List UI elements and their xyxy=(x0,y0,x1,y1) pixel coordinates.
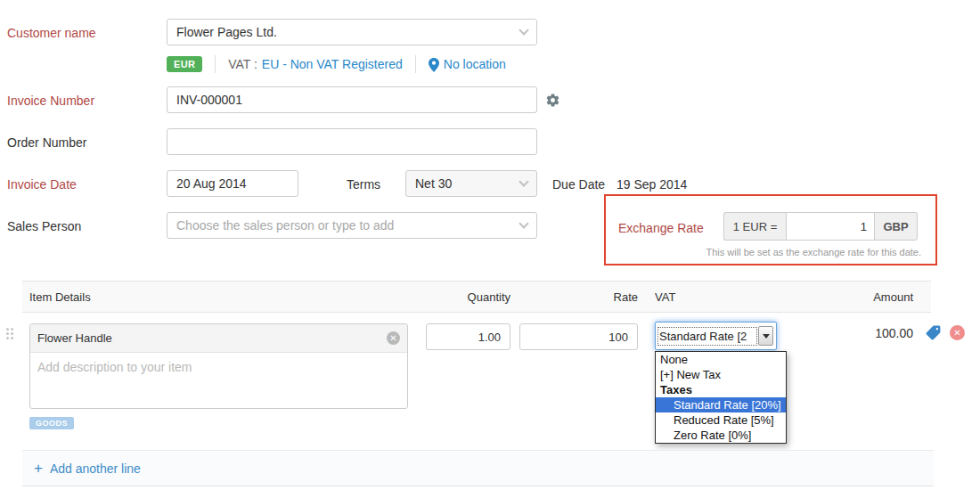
vat-treatment-label: VAT : xyxy=(228,57,257,71)
exchange-rate-box: Exchange Rate 1 EUR = GBP This will be s… xyxy=(604,194,937,265)
vat-option-none[interactable]: None xyxy=(656,352,786,367)
tag-icon[interactable] xyxy=(925,324,942,341)
terms-label: Terms xyxy=(347,177,380,192)
header-vat: VAT xyxy=(655,290,675,304)
chevron-down-icon xyxy=(519,218,528,228)
header-rate: Rate xyxy=(614,290,638,304)
item-name-field[interactable]: Flower Handle ✕ xyxy=(30,324,407,353)
vat-option-new-tax[interactable]: [+] New Tax xyxy=(656,367,786,382)
no-location-link[interactable]: No location xyxy=(444,57,506,71)
item-type-badge: GOODS xyxy=(29,417,74,429)
location-pin-icon xyxy=(429,58,439,72)
terms-select[interactable]: Net 30 xyxy=(405,170,537,197)
sales-person-placeholder: Choose the sales person or type to add xyxy=(176,218,520,233)
order-number-input[interactable] xyxy=(167,128,537,155)
row-drag-handle-icon[interactable] xyxy=(6,328,14,340)
vat-option-zero-rate[interactable]: Zero Rate [0%] xyxy=(656,428,786,443)
chevron-down-icon xyxy=(519,176,528,186)
item-description-field[interactable]: Add description to your item xyxy=(30,353,407,381)
divider xyxy=(415,55,416,73)
customer-name-select[interactable]: Flower Pages Ltd. xyxy=(167,19,537,45)
exchange-rate-label: Exchange Rate xyxy=(618,221,704,235)
header-quantity: Quantity xyxy=(468,290,510,304)
items-table-header: Item Details Quantity Rate VAT Amount xyxy=(22,281,931,313)
exchange-rate-group: 1 EUR = GBP xyxy=(723,212,918,241)
plus-icon: + xyxy=(34,460,43,478)
currency-badge: EUR xyxy=(167,56,202,72)
invoice-number-settings-gear-icon[interactable] xyxy=(545,93,560,108)
item-name-value: Flower Handle xyxy=(37,331,387,345)
exchange-rate-base: 1 EUR = xyxy=(723,212,786,241)
sales-person-select[interactable]: Choose the sales person or type to add xyxy=(167,212,537,239)
vat-selected-value: Standard Rate [2 xyxy=(658,328,756,345)
quantity-input[interactable] xyxy=(426,323,510,350)
sales-person-label: Sales Person xyxy=(7,219,81,233)
due-date-label: Due Date xyxy=(552,177,605,192)
customer-meta-row: EUR VAT : EU - Non VAT Registered No loc… xyxy=(167,54,506,74)
clear-item-icon[interactable]: ✕ xyxy=(387,331,400,345)
select-arrow-button[interactable] xyxy=(758,326,773,346)
vat-select[interactable]: Standard Rate [2 xyxy=(655,322,777,350)
customer-name-label: Customer name xyxy=(7,26,96,40)
exchange-rate-input[interactable] xyxy=(786,212,875,241)
invoice-date-input[interactable] xyxy=(167,170,298,197)
terms-value: Net 30 xyxy=(415,176,520,191)
exchange-rate-currency: GBP xyxy=(875,212,918,241)
item-details-cell: Flower Handle ✕ Add description to your … xyxy=(29,323,408,409)
vat-option-standard-rate[interactable]: Standard Rate [20%] xyxy=(656,397,786,412)
due-date-value: 19 Sep 2014 xyxy=(617,177,687,192)
add-another-line-label: Add another line xyxy=(50,461,141,476)
line-amount-value: 100.00 xyxy=(833,326,913,340)
triangle-down-icon xyxy=(763,334,770,339)
divider xyxy=(215,55,216,73)
vat-dropdown-menu: None [+] New Tax Taxes Standard Rate [20… xyxy=(655,351,787,444)
invoice-number-label: Invoice Number xyxy=(7,94,94,108)
order-number-label: Order Number xyxy=(7,135,86,150)
remove-line-icon[interactable]: ✕ xyxy=(950,325,965,340)
customer-name-value: Flower Pages Ltd. xyxy=(176,25,520,39)
header-item-details: Item Details xyxy=(29,290,91,304)
header-amount: Amount xyxy=(873,290,913,304)
rate-input[interactable] xyxy=(519,323,638,350)
chevron-down-icon xyxy=(519,25,528,35)
invoice-form-page: Customer name Flower Pages Ltd. EUR VAT … xyxy=(0,0,980,490)
vat-option-group-taxes: Taxes xyxy=(656,382,786,397)
invoice-date-label: Invoice Date xyxy=(7,177,77,192)
vat-treatment-link[interactable]: EU - Non VAT Registered xyxy=(262,57,403,71)
exchange-rate-helper-text: This will be set as the exchange rate fo… xyxy=(706,247,921,257)
vat-option-reduced-rate[interactable]: Reduced Rate [5%] xyxy=(656,412,786,428)
add-another-line-button[interactable]: + Add another line xyxy=(22,450,934,486)
invoice-number-input[interactable] xyxy=(167,86,537,113)
